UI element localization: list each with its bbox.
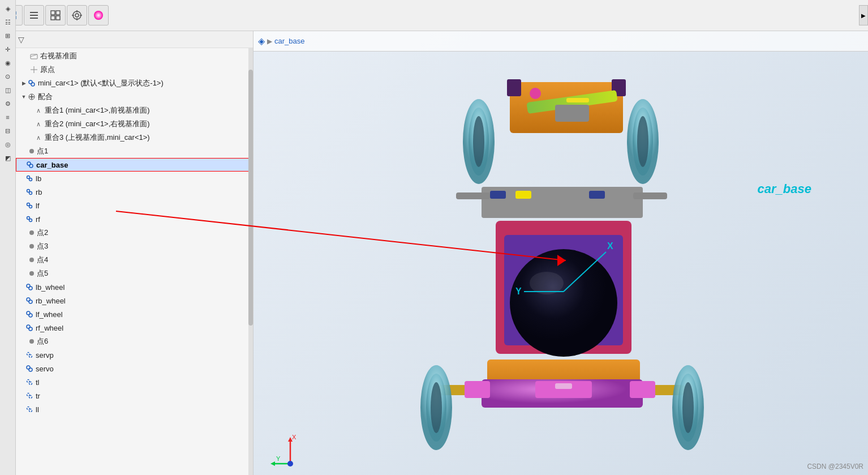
point4-icon [29,258,34,262]
svg-rect-73 [633,192,667,199]
side-btn-11[interactable]: ◎ [2,138,14,151]
grid-button[interactable] [45,5,66,25]
plane-icon [29,52,38,61]
side-btn-10[interactable]: ⊟ [2,125,14,137]
svg-point-40 [29,300,32,303]
tree-item-rf[interactable]: rf [16,212,253,226]
svg-rect-70 [515,191,531,199]
lb-wheel-label: lb_wheel [36,283,65,292]
svg-text:X: X [292,434,297,440]
tree-item-lb[interactable]: lb [16,172,253,185]
left-side-toolbar: ◈ ☷ ⊞ ✛ ◉ ⊙ ◫ ⚙ ≡ ⊟ ◎ ◩ [0,31,16,475]
tree-item-mate3[interactable]: ∧ 重合3 (上视基准面,mini_car<1>) [16,131,253,144]
tree-item-mates[interactable]: ▼ 配合 [16,90,253,104]
svg-rect-84 [555,383,572,389]
tree-item-point4[interactable]: 点4 [16,253,253,267]
point2-label: 点2 [37,228,48,238]
rf-wheel-icon [25,323,34,332]
model-area: X Y car_base [253,52,868,475]
svg-point-51 [27,393,30,396]
side-btn-5[interactable]: ◉ [2,57,14,69]
side-btn-8[interactable]: ⚙ [2,97,14,110]
tl-label: tl [36,378,40,387]
origin-label: 原点 [40,65,55,75]
tr-label: tr [36,392,40,400]
tree-item-lf-wheel[interactable]: lf_wheel [16,307,253,321]
side-btn-12[interactable]: ◩ [2,152,14,164]
tree-item-mate1[interactable]: ∧ 重合1 (mini_car<1>,前视基准面) [16,104,253,117]
svg-rect-85 [630,381,655,398]
svg-point-11 [73,11,81,19]
point5-icon [29,271,34,276]
mate3-icon: ∧ [34,133,43,142]
tree-item-mini-car[interactable]: ▶ mini_car<1> (默认<默认_显示状态-1>) [16,76,253,90]
side-btn-6[interactable]: ⊙ [2,70,14,83]
side-btn-9[interactable]: ≡ [2,111,14,123]
scrollbar-thumb[interactable] [248,70,253,326]
lb-wheel-icon [25,283,34,292]
svg-text:Y: Y [515,286,522,296]
scrollbar-track[interactable] [248,48,253,475]
tree-item-lf[interactable]: lf [16,199,253,212]
side-btn-4[interactable]: ✛ [2,43,14,55]
breadcrumb-bar: ◈ ▶ car_base [253,31,868,52]
tree-item-servo[interactable]: servo [16,362,253,375]
side-btn-7[interactable]: ◫ [2,84,14,96]
tree-item-rb[interactable]: rb [16,185,253,199]
lb-icon [25,174,34,183]
lf-icon [25,201,34,210]
point3-icon [29,244,34,249]
tree-item-ll[interactable]: ll [16,403,253,416]
breadcrumb-item-car-base[interactable]: car_base [274,37,304,45]
tree-item-point3[interactable]: 点3 [16,239,253,253]
target-button[interactable] [67,5,87,25]
3d-viewport[interactable]: ◈ ▶ car_base [253,31,868,475]
tree-item-rf-wheel[interactable]: rf_wheel [16,321,253,335]
svg-point-28 [29,164,33,168]
tree-item-point5[interactable]: 点5 [16,267,253,280]
axis-indicator: Y X [270,433,304,467]
expand-arrow-mates[interactable]: ▼ [20,93,27,100]
ll-label: ll [36,405,39,414]
mate3-label: 重合3 (上视基准面,mini_car<1>) [45,132,150,143]
car-base-tree-icon [25,160,35,169]
svg-point-59 [530,88,541,99]
breadcrumb-icon: ◈ [258,36,265,46]
svg-point-30 [29,178,32,181]
list-button[interactable] [24,5,44,25]
tree-item-tl[interactable]: tl [16,375,253,389]
servp-icon [25,350,34,360]
rf-wheel-label: rf_wheel [36,324,63,332]
tree-item-rb-wheel[interactable]: rb_wheel [16,294,253,307]
side-btn-3[interactable]: ⊞ [2,31,14,42]
svg-point-45 [27,353,30,356]
tree-item-origin[interactable]: 原点 [16,63,253,76]
rf-icon [25,215,34,224]
origin-icon [29,65,38,74]
svg-rect-61 [566,98,589,102]
tree-item-mate2[interactable]: ∧ 重合2 (mini_car<1>,右视基准面) [16,117,253,131]
main-content: ◈ ☷ ⊞ ✛ ◉ ⊙ ◫ ⚙ ≡ ⊟ ◎ ◩ ▽ 右视基准面 [0,31,868,475]
svg-line-19 [31,54,37,57]
rb-wheel-label: rb_wheel [36,297,66,305]
tree-item-servp[interactable]: servp [16,348,253,362]
filter-icon[interactable]: ▽ [18,35,24,44]
svg-rect-82 [465,381,490,398]
mate1-label: 重合1 (mini_car<1>,前视基准面) [45,105,150,115]
point6-icon [29,339,34,344]
tree-item-tr[interactable]: tr [16,389,253,403]
expand-arrow-mini-car[interactable]: ▶ [20,80,27,87]
svg-point-64 [473,116,484,167]
point4-label: 点4 [37,255,48,265]
panel-expand-button[interactable]: ▶ [859,5,868,25]
tree-item-point2[interactable]: 点2 [16,226,253,239]
tree-item-point6[interactable]: 点6 [16,335,253,348]
tl-icon [25,378,34,387]
tree-item-car-base[interactable]: car_base [16,158,253,172]
tree-item-right-plane[interactable]: 右视基准面 [16,49,253,63]
tree-item-lb-wheel[interactable]: lb_wheel [16,280,253,294]
svg-rect-60 [555,105,589,122]
lb-label: lb [36,174,41,183]
tree-item-point1[interactable]: 点1 [16,144,253,158]
color-button[interactable] [88,5,109,25]
